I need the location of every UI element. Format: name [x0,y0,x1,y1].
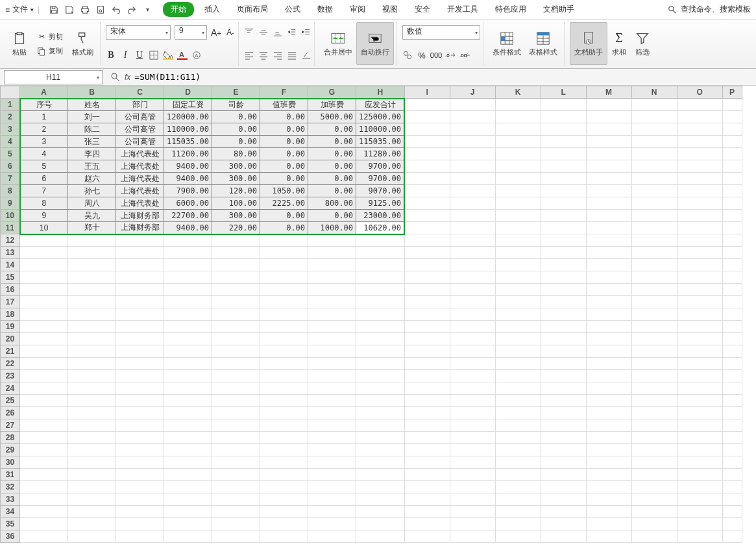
cell-D18[interactable] [164,308,212,321]
cell-I5[interactable] [404,148,450,160]
cell-F5[interactable]: 0.00 [260,148,308,160]
cell-F26[interactable] [260,407,308,419]
cell-M3[interactable] [586,123,631,136]
cell-P8[interactable] [722,185,742,197]
cell-D23[interactable] [164,370,212,382]
cell-G20[interactable] [308,333,356,345]
cell-I10[interactable] [404,210,450,222]
cell-P36[interactable] [722,530,742,543]
cell-F13[interactable] [260,247,308,259]
cell-A8[interactable]: 7 [20,185,68,197]
cell-G29[interactable] [308,444,356,456]
cell-H1[interactable]: 应发合计 [356,99,405,111]
cell-M23[interactable] [586,370,631,382]
copy-button[interactable]: 复制 [34,45,66,58]
cell-H21[interactable] [356,345,405,358]
cell-B13[interactable] [68,247,116,259]
row-header-7[interactable]: 7 [1,173,20,185]
cell-I23[interactable] [404,370,450,382]
cell-G18[interactable] [308,308,356,321]
cell-D32[interactable] [164,481,212,493]
cell-K19[interactable] [495,321,541,333]
cell-E28[interactable] [212,432,260,444]
row-header-11[interactable]: 11 [1,222,20,234]
cell-J4[interactable] [450,136,495,148]
cell-E8[interactable]: 120.00 [212,185,260,197]
cell-J26[interactable] [450,407,495,419]
merge-center-button[interactable]: 合并居中 [320,22,356,65]
cell-J27[interactable] [450,419,495,432]
cell-P29[interactable] [722,444,742,456]
cell-E16[interactable] [212,284,260,296]
cell-B17[interactable] [68,296,116,308]
cell-M22[interactable] [586,358,631,370]
cell-A33[interactable] [20,493,68,506]
cell-J8[interactable] [450,185,495,197]
cell-K1[interactable] [495,99,541,111]
cell-L31[interactable] [541,469,586,481]
cell-C33[interactable] [116,493,164,506]
cell-B11[interactable]: 郑十 [68,222,116,234]
cell-O24[interactable] [677,382,722,395]
cell-L13[interactable] [541,247,586,259]
cell-F34[interactable] [260,506,308,518]
cell-K3[interactable] [495,123,541,136]
cell-L15[interactable] [541,271,586,284]
print-preview-icon[interactable] [95,5,106,15]
cell-D6[interactable]: 9400.00 [164,160,212,173]
cell-J12[interactable] [450,234,495,247]
cell-A29[interactable] [20,444,68,456]
cell-L22[interactable] [541,358,586,370]
cell-B32[interactable] [68,481,116,493]
cell-E26[interactable] [212,407,260,419]
row-header-24[interactable]: 24 [1,382,20,395]
cell-J35[interactable] [450,518,495,530]
row-header-25[interactable]: 25 [1,395,20,407]
cell-B25[interactable] [68,395,116,407]
cell-I2[interactable] [404,111,450,123]
cell-C7[interactable]: 上海代表处 [116,173,164,185]
cell-G30[interactable] [308,456,356,469]
cell-G12[interactable] [308,234,356,247]
comma-style-icon[interactable]: 000 [431,50,441,60]
cell-C12[interactable] [116,234,164,247]
row-header-16[interactable]: 16 [1,284,20,296]
cell-E18[interactable] [212,308,260,321]
row-header-17[interactable]: 17 [1,296,20,308]
cell-M2[interactable] [586,111,631,123]
phonetic-guide-icon[interactable]: A [191,50,202,60]
cell-G35[interactable] [308,518,356,530]
cell-E17[interactable] [212,296,260,308]
cell-J33[interactable] [450,493,495,506]
cell-G14[interactable] [308,259,356,271]
cell-D20[interactable] [164,333,212,345]
cell-O21[interactable] [677,345,722,358]
cell-D16[interactable] [164,284,212,296]
cell-H24[interactable] [356,382,405,395]
cell-O5[interactable] [677,148,722,160]
cell-F9[interactable]: 2225.00 [260,197,308,210]
cell-K7[interactable] [495,173,541,185]
cell-A7[interactable]: 6 [20,173,68,185]
cell-A36[interactable] [20,530,68,543]
cell-M25[interactable] [586,395,631,407]
cell-M12[interactable] [586,234,631,247]
cell-C19[interactable] [116,321,164,333]
cell-G6[interactable]: 0.00 [308,160,356,173]
cell-L6[interactable] [541,160,586,173]
cell-C29[interactable] [116,444,164,456]
cell-K31[interactable] [495,469,541,481]
cell-C2[interactable]: 公司高管 [116,111,164,123]
cell-B10[interactable]: 吴九 [68,210,116,222]
cell-M20[interactable] [586,333,631,345]
col-header-L[interactable]: L [541,86,586,99]
cell-J25[interactable] [450,395,495,407]
cell-F19[interactable] [260,321,308,333]
cell-O33[interactable] [677,493,722,506]
cell-E22[interactable] [212,358,260,370]
cell-N22[interactable] [631,358,677,370]
cell-M29[interactable] [586,444,631,456]
cell-P30[interactable] [722,456,742,469]
cell-G13[interactable] [308,247,356,259]
cell-H33[interactable] [356,493,405,506]
